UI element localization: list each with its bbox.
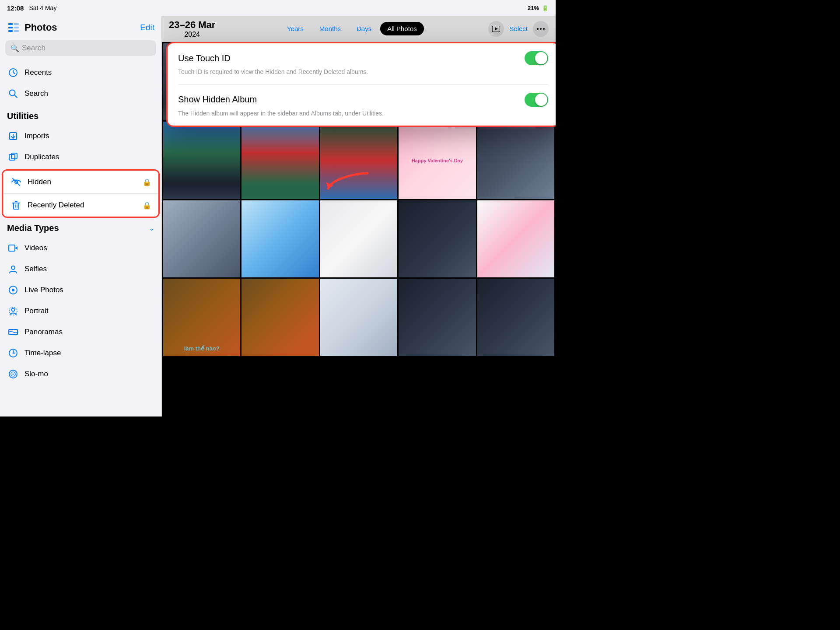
photo-cell[interactable]	[399, 200, 476, 277]
videos-icon	[7, 242, 19, 254]
date-line1: 23–26 Mar	[169, 19, 215, 31]
svg-rect-12	[11, 153, 17, 159]
svg-rect-15	[14, 203, 19, 209]
sidebar-item-timelapse[interactable]: Time-lapse	[0, 343, 161, 364]
photo-cell[interactable]	[477, 279, 554, 356]
sidebar-item-recently-deleted[interactable]: Recently Deleted 🔒	[3, 193, 158, 217]
hidden-icon	[10, 176, 22, 188]
photo-cell[interactable]	[320, 200, 397, 277]
slomo-label: Slo-mo	[24, 370, 154, 378]
photo-cell[interactable]	[320, 279, 397, 356]
sidebar-item-search[interactable]: Search	[0, 83, 161, 104]
sidebar-nav: Recents Search	[0, 60, 161, 106]
recently-deleted-lock-icon: 🔒	[143, 201, 151, 210]
tab-years[interactable]: Years	[280, 22, 311, 35]
photo-cell[interactable]	[399, 279, 476, 356]
svg-rect-1	[8, 27, 13, 28]
recents-label: Recents	[24, 68, 154, 77]
photo-cell[interactable]	[320, 122, 397, 199]
panoramas-icon	[7, 326, 19, 338]
status-bar: 12:08 Sat 4 May 21% 🔋	[0, 0, 556, 16]
edit-button[interactable]: Edit	[140, 23, 154, 32]
photo-cell[interactable]	[477, 200, 554, 277]
search-placeholder: Search	[22, 44, 46, 52]
duplicates-label: Duplicates	[24, 153, 154, 161]
sidebar-header: Photos Edit	[0, 16, 161, 38]
svg-point-22	[11, 266, 15, 270]
show-hidden-row: Show Hidden Album The Hidden album will …	[168, 85, 556, 126]
slideshow-button[interactable]	[488, 21, 504, 37]
selfies-label: Selfies	[24, 265, 154, 273]
svg-rect-0	[8, 23, 13, 25]
sidebar-item-panoramas[interactable]: Panoramas	[0, 322, 161, 343]
photo-cell[interactable]: Happy Valentine's Day	[399, 122, 476, 199]
toggle-knob-hidden	[535, 94, 547, 106]
utilities-title: Utilities	[7, 111, 38, 121]
app-container: Photos Edit 🔍 Search Recents	[0, 16, 556, 416]
photo-cell[interactable]: làm thế nào?	[163, 279, 240, 356]
sidebar-title: Photos	[24, 22, 57, 33]
svg-point-31	[13, 353, 14, 354]
hidden-lock-icon: 🔒	[143, 178, 151, 186]
sidebar-item-portrait[interactable]: Portrait	[0, 301, 161, 322]
svg-rect-2	[8, 30, 13, 32]
timelapse-label: Time-lapse	[24, 349, 154, 357]
tab-all-photos[interactable]: All Photos	[380, 22, 424, 35]
sidebar-item-duplicates[interactable]: Duplicates	[0, 147, 161, 168]
touch-id-desc: Touch ID is required to view the Hidden …	[178, 68, 548, 77]
svg-rect-20	[9, 245, 15, 251]
sidebar-item-videos[interactable]: Videos	[0, 238, 161, 259]
imports-icon	[7, 130, 19, 142]
svg-point-24	[12, 289, 14, 291]
photo-cell[interactable]	[242, 200, 318, 277]
photo-cell[interactable]	[163, 200, 240, 277]
svg-point-25	[12, 308, 15, 312]
content-area: 23–26 Mar 2024 Years Months Days All Pho…	[162, 16, 556, 416]
search-sidebar-icon	[7, 88, 19, 100]
photo-cell[interactable]	[242, 122, 318, 199]
show-hidden-label: Show Hidden Album	[178, 94, 257, 105]
more-button[interactable]	[533, 21, 549, 37]
media-types-nav: Videos Selfies Live Phot	[0, 236, 161, 386]
tab-days[interactable]: Days	[350, 22, 378, 35]
media-types-title: Media Types	[7, 223, 59, 233]
slomo-icon	[7, 368, 19, 380]
select-button[interactable]: Select	[509, 25, 528, 32]
date-year: 2024	[169, 31, 215, 38]
svg-rect-3	[14, 23, 19, 25]
media-types-chevron[interactable]: ⌄	[149, 224, 154, 232]
touch-id-label: Use Touch ID	[178, 53, 231, 63]
sidebar-item-live-photos[interactable]: Live Photos	[0, 280, 161, 301]
touch-id-toggle[interactable]	[525, 51, 548, 65]
photo-cell[interactable]	[163, 122, 240, 199]
nav-tabs: Years Months Days All Photos	[280, 22, 424, 35]
status-time: 12:08	[7, 4, 24, 12]
utilities-section-header: Utilities	[0, 106, 161, 124]
selfies-icon	[7, 263, 19, 275]
sidebar-item-hidden[interactable]: Hidden 🔒	[3, 171, 158, 193]
sidebar-item-slomo[interactable]: Slo-mo	[0, 364, 161, 385]
show-hidden-desc: The Hidden album will appear in the side…	[178, 109, 548, 118]
sidebar-item-recents[interactable]: Recents	[0, 62, 161, 83]
tab-months[interactable]: Months	[312, 22, 348, 35]
svg-marker-36	[495, 28, 498, 30]
recents-icon	[7, 66, 19, 79]
svg-point-37	[537, 28, 539, 30]
show-hidden-toggle[interactable]	[525, 93, 548, 107]
photo-cell[interactable]	[242, 279, 318, 356]
media-types-section-header: Media Types ⌄	[0, 218, 161, 236]
search-icon: 🔍	[10, 44, 19, 52]
svg-rect-5	[14, 30, 19, 32]
status-date: Sat 4 May	[29, 4, 56, 11]
search-bar[interactable]: 🔍 Search	[5, 40, 156, 56]
sidebar-item-selfies[interactable]: Selfies	[0, 259, 161, 280]
sidebar-collapse-icon[interactable]	[7, 21, 20, 34]
portrait-icon	[7, 305, 19, 317]
sidebar-item-imports[interactable]: Imports	[0, 126, 161, 147]
photo-cell[interactable]	[477, 122, 554, 199]
recently-deleted-icon	[10, 199, 22, 211]
touch-id-row: Use Touch ID Touch ID is required to vie…	[168, 43, 556, 84]
settings-dialog: Use Touch ID Touch ID is required to vie…	[166, 42, 556, 127]
battery-percentage: 21%	[528, 5, 539, 11]
live-photos-label: Live Photos	[24, 286, 154, 294]
